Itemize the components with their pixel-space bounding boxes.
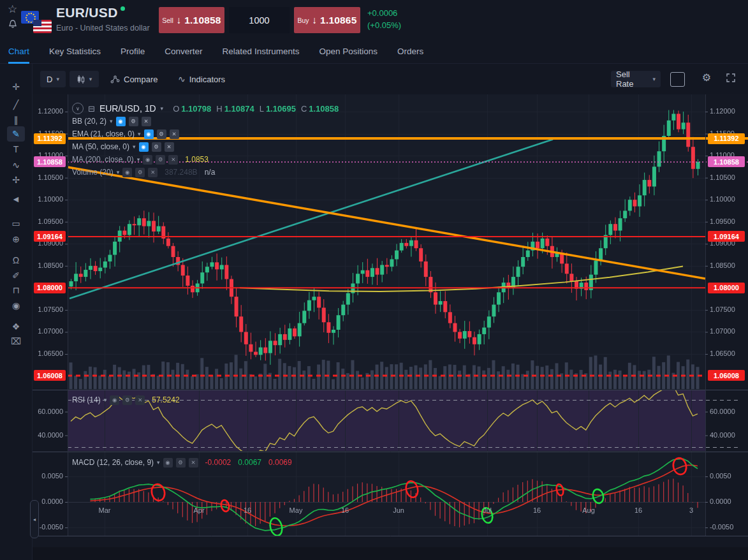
- gear-icon[interactable]: ⚙: [122, 395, 132, 405]
- trend-line-tool[interactable]: ╱: [7, 97, 25, 112]
- measure-tool[interactable]: ▭: [7, 216, 25, 231]
- macd-legend: MACD (12, 26, close, 9)▾◉⚙✕-0.00020.0067…: [72, 457, 292, 468]
- symbol-label: EUR/USD, 1D: [99, 103, 156, 114]
- rsi-dropdown-caret[interactable]: ▾: [104, 397, 107, 403]
- close-icon[interactable]: ✕: [135, 395, 145, 405]
- tab-orders[interactable]: Orders: [397, 40, 423, 63]
- page-title: EUR/USD: [56, 5, 125, 20]
- symbol-dropdown-caret[interactable]: ▾: [161, 105, 164, 112]
- hide-all-tool[interactable]: ◉: [7, 298, 25, 313]
- legend-minimize-icon[interactable]: ⊟: [88, 104, 95, 114]
- pane-collapse-toggle[interactable]: ◂: [30, 500, 39, 538]
- ohlc-key: H: [216, 104, 222, 114]
- zoom-in-tool[interactable]: ⊕: [7, 232, 25, 247]
- eye-icon[interactable]: ◉: [116, 117, 126, 126]
- text-tool[interactable]: T: [7, 142, 25, 157]
- indicator-label: EMA (21, close, 0): [72, 129, 135, 138]
- gear-icon[interactable]: ⚙: [157, 129, 166, 139]
- indicator-label: BB (20, 2): [72, 117, 106, 126]
- close-icon[interactable]: ✕: [142, 117, 151, 126]
- eye-icon[interactable]: ◉: [139, 142, 149, 152]
- eye-icon[interactable]: ◉: [144, 129, 154, 139]
- ohlc-value: 1.10858: [309, 104, 339, 114]
- remove-drawings-tool[interactable]: ⌧: [7, 334, 25, 349]
- forecast-tool[interactable]: ✢: [7, 172, 25, 188]
- gear-icon[interactable]: ⚙: [702, 71, 711, 84]
- gear-icon[interactable]: ⚙: [152, 142, 161, 152]
- tab-profile[interactable]: Profile: [121, 40, 145, 63]
- indicator-dropdown-caret[interactable]: ▾: [110, 118, 113, 124]
- fullscreen-icon[interactable]: [726, 73, 736, 85]
- tab-converter[interactable]: Converter: [165, 40, 202, 63]
- lock-all-tool[interactable]: ⊓: [7, 283, 25, 298]
- indicator-value: 387.248B: [165, 168, 197, 177]
- parallel-lines-tool[interactable]: ∥: [7, 112, 25, 128]
- tab-related-instruments[interactable]: Related Instruments: [223, 40, 300, 63]
- eye-icon[interactable]: ◉: [163, 458, 173, 468]
- tab-chart[interactable]: Chart: [8, 40, 29, 63]
- alert-bell-icon[interactable]: [8, 19, 20, 34]
- drawing-lock-tool[interactable]: ✐: [7, 268, 25, 283]
- indicator-row: MA (200, close, 0)▾◉⚙✕1.0853: [72, 153, 339, 166]
- live-status-dot: [121, 6, 125, 11]
- ohlc-key: O: [173, 104, 179, 114]
- indicator-row: MA (50, close, 0)▾◉⚙✕: [72, 140, 339, 153]
- favorite-star-icon[interactable]: ☆: [8, 4, 20, 19]
- gear-icon[interactable]: ⚙: [135, 168, 145, 177]
- rsi-label: RSI (14): [72, 395, 101, 404]
- candlestick-icon: [77, 75, 85, 84]
- indicator-label: MA (200, close, 0): [72, 155, 134, 164]
- chart-panel: D▾ ▾ Compare ∿: [32, 64, 748, 560]
- rate-type-dropdown[interactable]: Sell Rate▾: [611, 71, 661, 87]
- amount-input[interactable]: 1000: [229, 7, 290, 33]
- indicator-dropdown-caret[interactable]: ▾: [137, 156, 140, 163]
- indicator-dropdown-caret[interactable]: ▾: [138, 131, 141, 137]
- xabcd-pattern-tool[interactable]: ∿: [7, 158, 25, 173]
- indicators-wave-icon: ∿: [178, 75, 186, 84]
- main-legend: ∨ ⊟ EUR/USD, 1D ▾ O1.10798H1.10874L1.106…: [72, 102, 339, 179]
- ohlc-readout: O1.10798H1.10874L1.10695C1.10858: [168, 103, 339, 114]
- chart-area: ∨ ⊟ EUR/USD, 1D ▾ O1.10798H1.10874L1.106…: [33, 94, 748, 560]
- layers-tool[interactable]: ❖: [7, 319, 25, 334]
- close-icon[interactable]: ✕: [168, 155, 178, 165]
- crosshair-tool[interactable]: ✛: [7, 79, 25, 94]
- tab-open-positions[interactable]: Open Positions: [319, 40, 378, 63]
- indicator-dropdown-caret[interactable]: ▾: [133, 144, 136, 150]
- eye-icon[interactable]: ◉: [122, 168, 132, 177]
- ohlc-key: C: [301, 104, 307, 114]
- buy-button[interactable]: Buy ↓ 1.10865: [294, 7, 360, 33]
- indicator-value: n/a: [205, 168, 216, 177]
- close-icon[interactable]: ✕: [148, 168, 158, 177]
- snapshot-icon[interactable]: [670, 72, 685, 87]
- magnet-tool[interactable]: Ω: [7, 253, 25, 268]
- compare-button[interactable]: Compare: [110, 71, 158, 87]
- tab-key-statistics[interactable]: Key Statistics: [49, 40, 101, 63]
- timeframe-dropdown[interactable]: D▾: [40, 71, 66, 87]
- close-icon[interactable]: ✕: [189, 458, 198, 468]
- chart-toolbar: D▾ ▾ Compare ∿: [33, 64, 748, 94]
- macd-value: -0.0002: [205, 458, 231, 467]
- macd-dropdown-caret[interactable]: ▾: [157, 459, 160, 466]
- us-flag: [33, 20, 52, 33]
- gear-icon[interactable]: ⚙: [156, 155, 165, 165]
- ohlc-value: 1.10798: [181, 104, 211, 114]
- brush-tool[interactable]: ✎: [7, 126, 25, 142]
- eye-icon[interactable]: ◉: [110, 395, 119, 405]
- ohlc-value: 1.10695: [266, 104, 296, 114]
- legend-collapse-icon[interactable]: ∨: [72, 103, 84, 114]
- close-icon[interactable]: ✕: [165, 142, 174, 152]
- indicator-dropdown-caret[interactable]: ▾: [117, 169, 120, 175]
- indicator-row: Volume (20)▾◉⚙✕387.248Bn/a: [72, 166, 339, 179]
- indicator-label: Volume (20): [72, 168, 114, 177]
- close-icon[interactable]: ✕: [170, 129, 179, 139]
- eye-icon[interactable]: ◉: [143, 155, 152, 165]
- macd-value: 0.0069: [268, 458, 292, 467]
- sell-button[interactable]: Sell ↓ 1.10858: [159, 7, 224, 33]
- indicator-value: 1.0853: [185, 155, 209, 164]
- indicators-button[interactable]: ∿ Indicators: [178, 71, 225, 87]
- trading-app-window: ☆ EUR/USD Euro - United States dollar Se…: [0, 0, 748, 560]
- gear-icon[interactable]: ⚙: [176, 458, 186, 468]
- chart-type-dropdown[interactable]: ▾: [70, 71, 99, 87]
- gear-icon[interactable]: ⚙: [129, 117, 138, 126]
- arrow-marker-tool[interactable]: ◄: [7, 191, 25, 207]
